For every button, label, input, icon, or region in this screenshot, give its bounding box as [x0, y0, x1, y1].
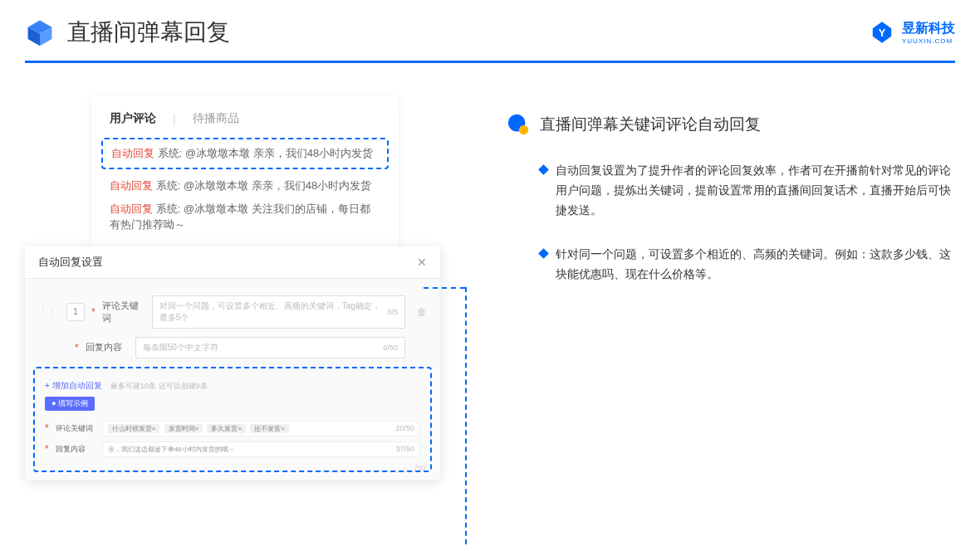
bullet-2-text: 针对同一个问题，可设置多个相近的、高频的关键词。例如：这款多少钱、这块能优惠吗、…: [556, 245, 955, 285]
required-star: *: [45, 422, 49, 434]
ex-content-label: 回复内容: [56, 444, 96, 455]
required-star: *: [91, 306, 96, 318]
required-star: *: [45, 443, 49, 455]
close-icon[interactable]: ✕: [417, 256, 427, 269]
tab-pending-products[interactable]: 待播商品: [193, 111, 239, 126]
brand-logo: Y 昱新科技 YUUXIN.COM: [869, 19, 955, 46]
bullet-2: 针对同一个问题，可设置多个相近的、高频的关键词。例如：这款多少钱、这块能优惠吗、…: [507, 245, 955, 285]
content-placeholder: 每条限50个中文字符: [143, 342, 218, 354]
bullet-1-text: 自动回复设置为了提升作者的评论回复效率，作者可在开播前针对常见的评论用户问题，提…: [556, 161, 955, 220]
svg-text:Y: Y: [879, 27, 886, 39]
keyword-tag[interactable]: 发货时间×: [164, 424, 203, 433]
example-section: + 增加自动回复 最多可建10条 还可以创建9条 ● 填写示例 * 评论关键词 …: [33, 367, 432, 472]
cube-icon: [25, 17, 55, 47]
auto-reply-badge: 自动回复: [110, 179, 153, 192]
ex-content-text: 亲，我们这边都是下单48小时内发货的哦～: [108, 445, 235, 454]
system-label: 系统:: [156, 202, 181, 215]
auto-reply-badge: 自动回复: [110, 202, 153, 215]
diamond-bullet-icon: [538, 164, 549, 175]
chat-bubble-icon: [507, 113, 530, 136]
comments-card: 用户评论 | 待播商品 自动回复 系统: @冰墩墩本墩 亲亲，我们48小时内发货…: [91, 96, 399, 255]
brand-name: 昱新科技: [902, 20, 955, 37]
ex-content-input[interactable]: 亲，我们这边都是下单48小时内发货的哦～ 37/50: [102, 441, 420, 457]
comment-text-2: @冰墩墩本墩 亲亲，我们48小时内发货: [184, 179, 371, 192]
required-star: *: [75, 342, 79, 354]
ex-content-count: 37/50: [395, 445, 414, 453]
page-header: 直播间弹幕回复 Y 昱新科技 YUUXIN.COM: [0, 0, 980, 61]
connector-line-v: [465, 287, 467, 544]
tab-separator: |: [173, 112, 176, 125]
comment-row-2: 自动回复 系统: @冰墩墩本墩 亲亲，我们48小时内发货: [110, 178, 380, 194]
keyword-tag[interactable]: 多久发货×: [207, 424, 246, 433]
example-badge: ● 填写示例: [45, 397, 95, 411]
screenshots-panel: 用户评论 | 待播商品 自动回复 系统: @冰墩墩本墩 亲亲，我们48小时内发货…: [25, 96, 440, 480]
ex-keyword-input[interactable]: 什么时候发货× 发货时间× 多久发货× 还不发货× 20/50: [102, 421, 420, 436]
brand-icon: Y: [869, 19, 895, 46]
connector-line-h: [424, 287, 465, 289]
system-label: 系统:: [156, 179, 181, 192]
ex-keyword-label: 评论关键词: [56, 423, 96, 434]
brand-url: YUUXIN.COM: [902, 37, 955, 45]
bottom-count: /50: [414, 464, 425, 472]
row-number: 1: [66, 303, 85, 321]
keyword-tag[interactable]: 还不发货×: [250, 424, 289, 433]
keyword-count: 0/5: [387, 308, 398, 316]
drag-handle-icon[interactable]: ⋮⋮: [38, 306, 56, 317]
page-title: 直播间弹幕回复: [67, 17, 869, 48]
diamond-bullet-icon: [538, 249, 549, 260]
bullet-1: 自动回复设置为了提升作者的评论回复效率，作者可在开播前针对常见的评论用户问题，提…: [507, 161, 955, 220]
keyword-placeholder: 对同一个问题，可设置多个相近、高频的关键词，Tag确定，最多5个: [159, 300, 388, 324]
description-panel: 直播间弹幕关键词评论自动回复 自动回复设置为了提升作者的评论回复效率，作者可在开…: [507, 96, 955, 480]
auto-reply-settings-dialog: 自动回复设置 ✕ ⋮⋮ 1 * 评论关键词 对同一个问题，可设置多个相近、高频的…: [25, 246, 440, 480]
highlighted-comment: 自动回复 系统: @冰墩墩本墩 亲亲，我们48小时内发货: [101, 138, 389, 169]
ex-keyword-count: 20/50: [395, 424, 414, 432]
comment-row-3: 自动回复 系统: @冰墩墩本墩 关注我们的店铺，每日都有热门推荐呦～: [110, 201, 380, 233]
add-auto-reply-link[interactable]: + 增加自动回复: [45, 381, 102, 390]
comment-text-1: @冰墩墩本墩 亲亲，我们48小时内发货: [185, 147, 373, 159]
content-input[interactable]: 每条限50个中文字符 0/50: [135, 337, 405, 358]
keyword-tag[interactable]: 什么时候发货×: [108, 424, 160, 433]
section-title: 直播间弹幕关键词评论自动回复: [540, 114, 761, 135]
system-label: 系统:: [158, 147, 183, 159]
auto-reply-badge: 自动回复: [111, 147, 154, 159]
keyword-input[interactable]: 对同一个问题，可设置多个相近、高频的关键词，Tag确定，最多5个 0/5: [152, 295, 405, 329]
content-label: 回复内容: [86, 341, 129, 354]
delete-icon[interactable]: 🗑: [417, 306, 427, 318]
svg-point-5: [519, 125, 528, 134]
dialog-title: 自动回复设置: [38, 255, 417, 270]
keyword-label: 评论关键词: [102, 300, 145, 324]
content-count: 0/50: [383, 344, 398, 352]
tab-user-comments[interactable]: 用户评论: [110, 111, 156, 126]
add-hint: 最多可建10条 还可以创建9条: [110, 382, 208, 390]
